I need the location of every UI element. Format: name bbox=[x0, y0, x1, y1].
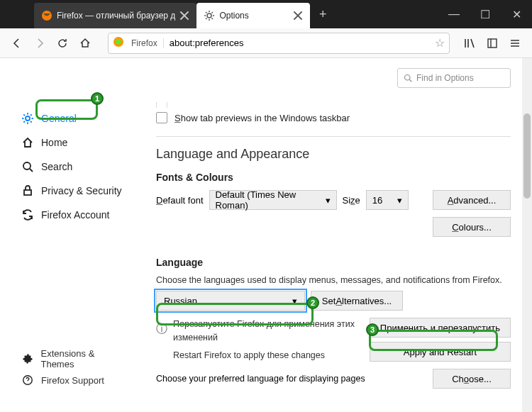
help-icon bbox=[21, 374, 34, 386]
content: General Home Search Privacy & Security F… bbox=[0, 58, 532, 412]
maximize-button[interactable]: ☐ bbox=[470, 0, 501, 28]
advanced-fonts-button[interactable]: Advanced... bbox=[433, 190, 511, 210]
gear-icon bbox=[204, 10, 215, 21]
section-language-appearance: Language and Appearance bbox=[156, 147, 511, 162]
tab-options[interactable]: Options bbox=[196, 3, 310, 28]
svg-point-27 bbox=[405, 75, 411, 81]
checkbox[interactable] bbox=[156, 102, 167, 108]
tabs-preview-check: Show tab previews in the Windows taskbar bbox=[156, 112, 511, 123]
sidebar: General Home Search Privacy & Security F… bbox=[0, 58, 135, 412]
home-button[interactable] bbox=[75, 33, 95, 53]
size-label: Size bbox=[343, 195, 360, 206]
svg-line-22 bbox=[31, 114, 32, 116]
check-label: Show tab previews in the Windows taskbar bbox=[174, 113, 350, 123]
scrollbar-track[interactable] bbox=[522, 58, 532, 412]
new-tab-button[interactable]: + bbox=[310, 0, 336, 28]
sidebar-item-privacy[interactable]: Privacy & Security bbox=[14, 179, 135, 203]
nav-toolbar: Firefox ☆ bbox=[0, 28, 532, 58]
chevron-down-icon: ▾ bbox=[397, 195, 402, 206]
sidebar-item-support[interactable]: Firefox Support bbox=[14, 369, 135, 391]
sidebar-item-label: Search bbox=[41, 161, 72, 172]
svg-line-8 bbox=[206, 18, 207, 20]
svg-point-11 bbox=[116, 39, 121, 44]
set-alternatives-button[interactable]: Set Alternatives... bbox=[311, 291, 403, 311]
tab-firefox-home[interactable]: Firefox — отличный браузер д bbox=[34, 3, 196, 28]
select-value: Default (Times New Roman) bbox=[216, 189, 321, 211]
sidebar-item-label: Firefox Account bbox=[41, 209, 110, 221]
reload-button[interactable] bbox=[52, 33, 72, 53]
bookmark-star-icon[interactable]: ☆ bbox=[431, 36, 449, 50]
tabs-check-cutoff: x bbox=[156, 102, 511, 108]
minimize-button[interactable]: — bbox=[438, 0, 470, 28]
sidebar-item-account[interactable]: Firefox Account bbox=[14, 203, 135, 227]
forward-button[interactable] bbox=[30, 33, 50, 53]
language-select[interactable]: Russian ▾ bbox=[156, 291, 305, 311]
svg-line-28 bbox=[409, 79, 411, 82]
chevron-down-icon: ▾ bbox=[326, 195, 331, 206]
default-font-label: Default font bbox=[156, 195, 204, 206]
firefox-icon bbox=[41, 10, 52, 21]
language-subheading: Language bbox=[156, 257, 511, 268]
select-value: Russian bbox=[164, 296, 197, 306]
find-placeholder: Find in Options bbox=[416, 73, 474, 83]
puzzle-icon bbox=[21, 352, 33, 365]
main-pane: Find in Options x Show tab previews in t… bbox=[135, 58, 532, 412]
divider bbox=[156, 136, 511, 137]
tab-label: Firefox — отличный браузер д bbox=[57, 11, 175, 21]
library-button[interactable] bbox=[460, 33, 480, 53]
sync-icon bbox=[21, 208, 34, 221]
lock-icon bbox=[21, 184, 34, 197]
sidebar-bottom: Extensions & Themes Firefox Support bbox=[14, 348, 135, 405]
restart-notice: ⓘ Перезапустите Firefox для применения э… bbox=[156, 318, 511, 362]
svg-line-20 bbox=[31, 121, 32, 123]
svg-line-24 bbox=[30, 169, 33, 172]
close-icon[interactable] bbox=[293, 11, 303, 21]
sidebar-item-label: Home bbox=[41, 137, 67, 148]
svg-rect-25 bbox=[24, 190, 31, 195]
chevron-down-icon: ▾ bbox=[292, 296, 297, 306]
firefox-icon bbox=[113, 36, 127, 50]
sidebar-item-label: Extensions & Themes bbox=[40, 348, 128, 369]
default-font-row: Default font Default (Times New Roman) ▾… bbox=[156, 190, 511, 210]
choose-desc: Choose your preferred language for displ… bbox=[156, 374, 365, 384]
sidebar-item-search[interactable]: Search bbox=[14, 155, 135, 179]
checkbox[interactable] bbox=[156, 112, 167, 123]
language-desc: Choose the languages used to display men… bbox=[156, 275, 511, 285]
page-language-row: Choose your preferred language for displ… bbox=[156, 369, 511, 389]
menu-button[interactable] bbox=[505, 33, 525, 53]
font-size-select[interactable]: 16 ▾ bbox=[366, 190, 409, 210]
find-in-options[interactable]: Find in Options bbox=[397, 68, 511, 88]
colours-button[interactable]: Colours... bbox=[433, 217, 511, 237]
restart-en: Restart Firefox to apply these changes bbox=[173, 349, 365, 362]
sidebar-button[interactable] bbox=[482, 33, 502, 53]
titlebar: Firefox — отличный браузер д Options + —… bbox=[0, 0, 532, 28]
default-font-select[interactable]: Default (Times New Roman) ▾ bbox=[209, 190, 337, 210]
sidebar-item-home[interactable]: Home bbox=[14, 130, 135, 155]
apply-restart-en-button[interactable]: Apply and Restart bbox=[370, 342, 511, 362]
info-icon: ⓘ bbox=[156, 318, 169, 337]
url-bar[interactable]: Firefox ☆ bbox=[108, 33, 450, 54]
home-icon bbox=[21, 136, 34, 149]
close-icon[interactable] bbox=[179, 11, 189, 21]
apply-restart-ru-button[interactable]: Применить и перезапустить bbox=[370, 318, 511, 338]
window-controls: — ☐ ✕ bbox=[438, 0, 532, 28]
url-input[interactable] bbox=[164, 38, 431, 48]
tabs: Firefox — отличный браузер д Options bbox=[0, 0, 310, 28]
tab-label: Options bbox=[219, 11, 289, 21]
select-value: 16 bbox=[372, 195, 382, 206]
scrollbar-thumb[interactable] bbox=[523, 113, 531, 199]
restart-ru: Перезапустите Firefox для применения эти… bbox=[173, 318, 365, 345]
svg-line-7 bbox=[212, 18, 214, 20]
close-button[interactable]: ✕ bbox=[501, 0, 532, 28]
choose-languages-button[interactable]: Choose... bbox=[433, 369, 511, 389]
fonts-subheading: Fonts & Colours bbox=[156, 172, 511, 183]
callout-badge-1: 1 bbox=[91, 92, 104, 105]
svg-rect-12 bbox=[488, 39, 497, 48]
sidebar-item-label: Firefox Support bbox=[41, 375, 104, 386]
sidebar-item-extensions[interactable]: Extensions & Themes bbox=[14, 348, 135, 369]
back-button[interactable] bbox=[7, 33, 27, 53]
svg-line-19 bbox=[23, 114, 25, 116]
sidebar-item-label: Privacy & Security bbox=[41, 185, 122, 196]
sidebar-item-general[interactable]: General bbox=[14, 106, 135, 130]
svg-line-21 bbox=[23, 121, 25, 123]
